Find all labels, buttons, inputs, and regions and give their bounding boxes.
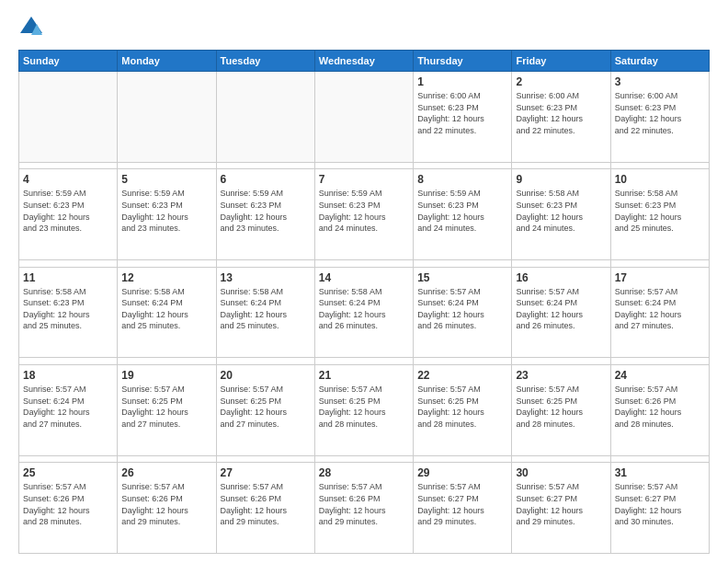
day-info: Sunrise: 5:59 AM Sunset: 6:23 PM Dayligh… — [121, 188, 211, 234]
calendar-cell: 17Sunrise: 5:57 AM Sunset: 6:24 PM Dayli… — [610, 267, 709, 358]
day-number: 9 — [516, 173, 606, 186]
day-info: Sunrise: 5:57 AM Sunset: 6:26 PM Dayligh… — [221, 481, 311, 527]
day-number: 12 — [121, 271, 211, 284]
day-info: Sunrise: 5:58 AM Sunset: 6:24 PM Dayligh… — [319, 286, 409, 332]
day-info: Sunrise: 5:57 AM Sunset: 6:25 PM Dayligh… — [417, 384, 507, 430]
row-divider — [19, 455, 710, 463]
calendar-cell: 27Sunrise: 5:57 AM Sunset: 6:26 PM Dayli… — [216, 463, 314, 554]
calendar-cell: 6Sunrise: 5:59 AM Sunset: 6:23 PM Daylig… — [216, 169, 314, 260]
day-info: Sunrise: 5:57 AM Sunset: 6:26 PM Dayligh… — [615, 384, 705, 430]
calendar-cell — [216, 72, 314, 163]
day-number: 17 — [615, 271, 705, 284]
row-divider — [19, 259, 710, 267]
calendar: SundayMondayTuesdayWednesdayThursdayFrid… — [18, 50, 710, 554]
day-number: 16 — [516, 271, 606, 284]
day-number: 26 — [121, 466, 211, 479]
weekday-header-monday: Monday — [118, 51, 216, 72]
day-info: Sunrise: 5:59 AM Sunset: 6:23 PM Dayligh… — [319, 188, 409, 234]
day-info: Sunrise: 5:57 AM Sunset: 6:24 PM Dayligh… — [417, 286, 507, 332]
day-number: 13 — [221, 271, 311, 284]
day-info: Sunrise: 5:57 AM Sunset: 6:24 PM Dayligh… — [23, 384, 113, 430]
calendar-cell: 1Sunrise: 6:00 AM Sunset: 6:23 PM Daylig… — [414, 72, 512, 163]
day-number: 14 — [319, 271, 409, 284]
weekday-header-thursday: Thursday — [414, 51, 512, 72]
day-info: Sunrise: 5:57 AM Sunset: 6:24 PM Dayligh… — [615, 286, 705, 332]
weekday-header-wednesday: Wednesday — [314, 51, 413, 72]
calendar-cell — [118, 72, 216, 163]
day-info: Sunrise: 5:57 AM Sunset: 6:26 PM Dayligh… — [121, 481, 211, 527]
day-info: Sunrise: 5:58 AM Sunset: 6:24 PM Dayligh… — [121, 286, 211, 332]
calendar-cell: 22Sunrise: 5:57 AM Sunset: 6:25 PM Dayli… — [414, 365, 512, 456]
day-number: 21 — [319, 369, 409, 382]
day-number: 8 — [417, 173, 507, 186]
day-number: 7 — [319, 173, 409, 186]
day-info: Sunrise: 5:57 AM Sunset: 6:27 PM Dayligh… — [516, 481, 606, 527]
weekday-header-tuesday: Tuesday — [216, 51, 314, 72]
calendar-cell: 8Sunrise: 5:59 AM Sunset: 6:23 PM Daylig… — [414, 169, 512, 260]
calendar-cell: 21Sunrise: 5:57 AM Sunset: 6:25 PM Dayli… — [314, 365, 413, 456]
day-info: Sunrise: 5:58 AM Sunset: 6:23 PM Dayligh… — [23, 286, 113, 332]
day-info: Sunrise: 5:57 AM Sunset: 6:25 PM Dayligh… — [221, 384, 311, 430]
weekday-header-row: SundayMondayTuesdayWednesdayThursdayFrid… — [19, 51, 710, 72]
day-info: Sunrise: 5:59 AM Sunset: 6:23 PM Dayligh… — [221, 188, 311, 234]
calendar-week-2: 4Sunrise: 5:59 AM Sunset: 6:23 PM Daylig… — [19, 169, 710, 260]
calendar-cell: 16Sunrise: 5:57 AM Sunset: 6:24 PM Dayli… — [512, 267, 610, 358]
row-divider — [19, 358, 710, 365]
day-number: 5 — [121, 173, 211, 186]
calendar-cell: 20Sunrise: 5:57 AM Sunset: 6:25 PM Dayli… — [216, 365, 314, 456]
calendar-cell: 12Sunrise: 5:58 AM Sunset: 6:24 PM Dayli… — [118, 267, 216, 358]
day-info: Sunrise: 5:59 AM Sunset: 6:23 PM Dayligh… — [417, 188, 507, 234]
calendar-cell: 11Sunrise: 5:58 AM Sunset: 6:23 PM Dayli… — [19, 267, 118, 358]
calendar-cell: 18Sunrise: 5:57 AM Sunset: 6:24 PM Dayli… — [19, 365, 118, 456]
day-info: Sunrise: 5:58 AM Sunset: 6:23 PM Dayligh… — [615, 188, 705, 234]
calendar-cell: 5Sunrise: 5:59 AM Sunset: 6:23 PM Daylig… — [118, 169, 216, 260]
calendar-cell: 30Sunrise: 5:57 AM Sunset: 6:27 PM Dayli… — [512, 463, 610, 554]
calendar-cell — [19, 72, 118, 163]
day-number: 18 — [23, 369, 113, 382]
day-number: 4 — [23, 173, 113, 186]
day-number: 22 — [417, 369, 507, 382]
day-number: 27 — [221, 466, 311, 479]
calendar-cell: 15Sunrise: 5:57 AM Sunset: 6:24 PM Dayli… — [414, 267, 512, 358]
day-number: 11 — [23, 271, 113, 284]
weekday-header-friday: Friday — [512, 51, 610, 72]
weekday-header-saturday: Saturday — [610, 51, 709, 72]
day-number: 30 — [516, 466, 606, 479]
weekday-header-sunday: Sunday — [19, 51, 118, 72]
day-number: 3 — [615, 75, 705, 88]
day-info: Sunrise: 5:57 AM Sunset: 6:27 PM Dayligh… — [417, 481, 507, 527]
day-info: Sunrise: 5:57 AM Sunset: 6:25 PM Dayligh… — [516, 384, 606, 430]
calendar-cell: 10Sunrise: 5:58 AM Sunset: 6:23 PM Dayli… — [610, 169, 709, 260]
calendar-cell: 9Sunrise: 5:58 AM Sunset: 6:23 PM Daylig… — [512, 169, 610, 260]
day-number: 2 — [516, 75, 606, 88]
page: SundayMondayTuesdayWednesdayThursdayFrid… — [0, 0, 728, 563]
day-number: 15 — [417, 271, 507, 284]
day-info: Sunrise: 5:58 AM Sunset: 6:23 PM Dayligh… — [516, 188, 606, 234]
day-info: Sunrise: 5:58 AM Sunset: 6:24 PM Dayligh… — [221, 286, 311, 332]
day-info: Sunrise: 5:59 AM Sunset: 6:23 PM Dayligh… — [23, 188, 113, 234]
day-number: 1 — [417, 75, 507, 88]
day-number: 10 — [615, 173, 705, 186]
day-number: 20 — [221, 369, 311, 382]
calendar-cell: 3Sunrise: 6:00 AM Sunset: 6:23 PM Daylig… — [610, 72, 709, 163]
calendar-cell: 2Sunrise: 6:00 AM Sunset: 6:23 PM Daylig… — [512, 72, 610, 163]
calendar-cell: 4Sunrise: 5:59 AM Sunset: 6:23 PM Daylig… — [19, 169, 118, 260]
day-number: 24 — [615, 369, 705, 382]
day-info: Sunrise: 6:00 AM Sunset: 6:23 PM Dayligh… — [516, 90, 606, 136]
calendar-week-5: 25Sunrise: 5:57 AM Sunset: 6:26 PM Dayli… — [19, 463, 710, 554]
header — [18, 15, 710, 40]
day-number: 29 — [417, 466, 507, 479]
day-number: 23 — [516, 369, 606, 382]
row-divider — [19, 162, 710, 169]
day-info: Sunrise: 5:57 AM Sunset: 6:27 PM Dayligh… — [615, 481, 705, 527]
calendar-cell: 24Sunrise: 5:57 AM Sunset: 6:26 PM Dayli… — [610, 365, 709, 456]
calendar-cell: 7Sunrise: 5:59 AM Sunset: 6:23 PM Daylig… — [314, 169, 413, 260]
logo — [18, 15, 48, 40]
logo-icon — [18, 15, 44, 40]
calendar-cell: 26Sunrise: 5:57 AM Sunset: 6:26 PM Dayli… — [118, 463, 216, 554]
calendar-cell: 14Sunrise: 5:58 AM Sunset: 6:24 PM Dayli… — [314, 267, 413, 358]
calendar-cell: 28Sunrise: 5:57 AM Sunset: 6:26 PM Dayli… — [314, 463, 413, 554]
calendar-week-4: 18Sunrise: 5:57 AM Sunset: 6:24 PM Dayli… — [19, 365, 710, 456]
day-info: Sunrise: 6:00 AM Sunset: 6:23 PM Dayligh… — [615, 90, 705, 136]
day-info: Sunrise: 5:57 AM Sunset: 6:25 PM Dayligh… — [319, 384, 409, 430]
